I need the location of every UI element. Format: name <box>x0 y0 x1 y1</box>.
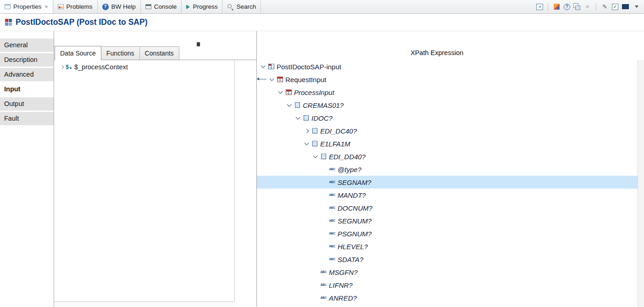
tree-label: $_processContext <box>74 63 128 71</box>
tree-label: PostIDoctoSAP-input <box>275 63 341 71</box>
tab-progress[interactable]: Progress <box>182 0 222 13</box>
request-input-icon <box>277 77 283 82</box>
tree-row-edi-dc40[interactable]: EDI_DC40? <box>257 124 638 137</box>
datasource-panel: Data Source Functions Constants $ $_proc… <box>54 31 257 307</box>
schema-tree-scrollbar[interactable] <box>638 60 644 307</box>
chevron-right-icon[interactable] <box>60 65 64 69</box>
tree-label: HLEVEL? <box>336 243 368 251</box>
chevron-down-icon[interactable] <box>269 77 274 81</box>
chevron-down-icon[interactable] <box>287 102 291 107</box>
console-icon <box>145 4 151 9</box>
string-type-icon: ABC <box>320 296 326 300</box>
tree-row-type-attr[interactable]: ABC @type? <box>257 163 638 176</box>
tab-label: Console <box>154 3 177 10</box>
tree-row-docnum[interactable]: ABC DOCNUM? <box>257 201 638 214</box>
properties-body: General Description Advanced Input Outpu… <box>0 31 644 307</box>
tab-label: Properties <box>13 3 42 10</box>
tree-label: ProcessInput <box>293 89 334 96</box>
tree-row-anred[interactable]: ABC ANRED? <box>257 291 638 304</box>
element-icon <box>321 154 326 159</box>
datasource-hscrollbar[interactable] <box>54 301 234 307</box>
string-type-icon: ABC <box>329 194 335 197</box>
string-type-icon: ABC <box>320 271 326 274</box>
sidebar-item-fault[interactable]: Fault <box>0 112 54 125</box>
sidebar-item-input[interactable]: Input <box>0 83 54 96</box>
properties-icon <box>5 4 11 9</box>
tree-label: SEGNUM? <box>336 217 372 225</box>
tab-search[interactable]: Search <box>222 0 261 13</box>
tree-label: PSGNUM? <box>336 230 372 238</box>
tab-properties[interactable]: Properties × <box>0 0 53 13</box>
sidebar-item-description[interactable]: Description <box>0 53 54 67</box>
tree-row-psgnum[interactable]: ABC PSGNUM? <box>257 227 638 240</box>
tree-row-msgfn[interactable]: ABC MSGFN? <box>257 266 638 279</box>
properties-sidebar: General Description Advanced Input Outpu… <box>0 31 54 307</box>
reset-view-icon[interactable] <box>554 4 560 10</box>
view-toolbar: ↗ ? × ✎ ✓ <box>536 0 644 13</box>
tree-row-process-context[interactable]: $ $_processContext <box>54 62 256 72</box>
chevron-down-icon[interactable] <box>295 115 300 120</box>
page-title: PostIDoctoSAP (Post IDoc to SAP) <box>16 17 147 27</box>
tree-row-segnam[interactable]: ABC SEGNAM? <box>257 176 638 189</box>
tab-data-source[interactable]: Data Source <box>55 46 101 60</box>
help-icon[interactable]: ? <box>564 4 570 10</box>
datasource-tabs: Data Source Functions Constants <box>54 46 256 60</box>
tree-row-postidoctosap-input[interactable]: PostIDoctoSAP-input <box>257 60 638 73</box>
tree-row-sdata[interactable]: ABC SDATA? <box>257 253 638 266</box>
message-root-icon <box>268 64 274 69</box>
tree-label: RequestInput <box>284 76 326 84</box>
open-new-window-icon[interactable]: ↗ <box>536 4 543 10</box>
tree-row-mandt[interactable]: ABC MANDT? <box>257 189 638 201</box>
tree-label: MSGFN? <box>328 268 358 276</box>
chevron-down-icon[interactable] <box>278 89 283 94</box>
tree-label: CREMAS01? <box>301 101 344 109</box>
tree-label: MANDT? <box>336 191 366 199</box>
tree-row-idoc[interactable]: IDOC? <box>257 112 638 124</box>
chevron-right-icon[interactable] <box>304 128 309 133</box>
tab-constants[interactable]: Constants <box>139 46 179 60</box>
tree-row-e1lfa1m[interactable]: E1LFA1M <box>257 137 638 150</box>
chevron-down-icon[interactable] <box>261 64 265 68</box>
tab-functions[interactable]: Functions <box>101 46 140 60</box>
chevron-down-icon[interactable] <box>313 154 317 158</box>
tree-label: ANRED? <box>328 294 357 302</box>
string-type-icon: ABC <box>329 207 335 210</box>
tree-row-cremas01[interactable]: CREMAS01? <box>257 99 638 112</box>
tab-label: BW Help <box>111 3 136 10</box>
tree-row-requestinput[interactable]: RequestInput <box>257 73 638 86</box>
xpath-builder-icon[interactable] <box>622 4 629 9</box>
mapping-anchor <box>257 79 266 79</box>
close-icon[interactable]: × <box>583 3 591 11</box>
tree-label: E1LFA1M <box>319 140 350 148</box>
checkbox-icon[interactable]: ✓ <box>612 4 618 10</box>
xpath-panel: XPath Expression PostIDoctoSAP-input Req… <box>257 31 644 307</box>
view-menu-icon[interactable] <box>635 6 638 8</box>
tree-row-segnum[interactable]: ABC SEGNUM? <box>257 214 638 227</box>
tab-label: Progress <box>193 3 217 10</box>
sash-handle[interactable] <box>197 42 200 46</box>
element-icon <box>312 141 317 146</box>
string-type-icon: ABC <box>329 168 335 171</box>
datasource-tree: $ $_processContext <box>54 60 256 307</box>
tab-label: Search <box>236 3 256 10</box>
tree-row-lifnr[interactable]: ABC LIFNR? <box>257 279 638 291</box>
search-icon <box>227 4 233 10</box>
windows-icon[interactable] <box>573 3 580 10</box>
tree-label: SEGNAM? <box>336 179 371 186</box>
tree-row-edi-dd40[interactable]: EDI_DD40? <box>257 150 638 163</box>
element-icon <box>304 115 309 121</box>
tree-row-processinput[interactable]: ProcessInput <box>257 86 638 99</box>
chevron-down-icon[interactable] <box>304 141 309 145</box>
sidebar-item-general[interactable]: General <box>0 39 54 52</box>
sidebar-item-advanced[interactable]: Advanced <box>0 68 54 81</box>
tree-row-hlevel[interactable]: ABC HLEVEL? <box>257 240 638 253</box>
element-icon <box>295 102 300 108</box>
tab-bw-help[interactable]: ? BW Help <box>98 0 141 13</box>
tab-problems[interactable]: Problems <box>53 0 98 13</box>
tab-console[interactable]: Console <box>141 0 182 13</box>
sidebar-item-output[interactable]: Output <box>0 97 54 111</box>
toolbar-separator <box>548 3 548 11</box>
tree-label: EDI_DD40? <box>328 153 366 161</box>
edit-mapping-icon[interactable]: ✎ <box>601 3 609 11</box>
close-tab-icon[interactable]: × <box>45 4 48 10</box>
